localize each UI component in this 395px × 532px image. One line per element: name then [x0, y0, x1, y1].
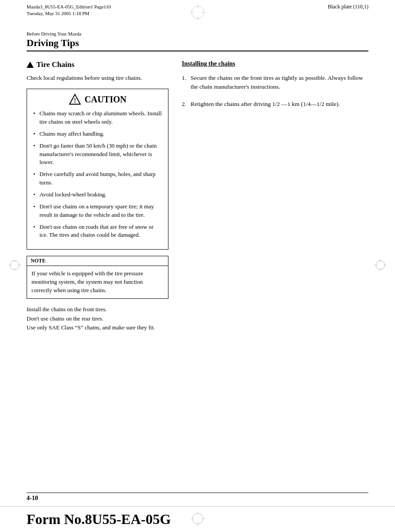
install-line-3: Use only SAE Class “S” chains, and make … — [27, 323, 168, 332]
right-column: Installing the chains 1. Secure the chai… — [182, 60, 368, 332]
caution-item-3: Don't go faster than 50 km/h (30 mph) or… — [33, 142, 162, 167]
caution-label: CAUTION — [85, 94, 126, 105]
install-step-1-text: Secure the chains on the front tires as … — [191, 74, 363, 90]
install-step-2-text: Retighten the chains after driving 1/2 —… — [191, 101, 340, 107]
two-col-layout: Tire Chains Check local regulations befo… — [27, 60, 368, 332]
note-label: NOTE — [27, 256, 168, 266]
install-line-2: Don't use chains on the rear tires. — [27, 314, 168, 324]
caution-box: ! CAUTION Chains may scratch or chip alu… — [27, 89, 168, 250]
step-num-2: 2. — [182, 100, 186, 109]
header-line2: Tuesday, May 31 2005 1:18 PM — [27, 10, 111, 17]
caution-item-4: Drive carefully and avoid bumps, holes, … — [33, 170, 162, 187]
step-num-1: 1. — [182, 74, 186, 82]
install-instructions: Install the chains on the front tires. D… — [27, 305, 168, 332]
caution-item-7: Don't use chains on roads that are free … — [33, 223, 162, 240]
section-title: Driving Tips — [27, 37, 368, 51]
content-area: Before Driving Your Mazda Driving Tips T… — [27, 31, 368, 488]
right-margin-crosshair — [374, 258, 387, 274]
form-number-bar: Form No.8U55-EA-05G — [0, 506, 395, 532]
footer-line — [27, 493, 368, 493]
tire-chains-label: Tire Chains — [36, 60, 74, 69]
note-content: If your vehicle is equipped with the tir… — [27, 266, 168, 298]
note-box: NOTE If your vehicle is equipped with th… — [27, 256, 168, 299]
caution-item-2: Chains may affect handling. — [33, 130, 162, 138]
svg-point-17 — [192, 513, 203, 524]
caution-title: ! CAUTION — [33, 94, 162, 105]
left-column: Tire Chains Check local regulations befo… — [27, 60, 168, 332]
install-line-1: Install the chains on the front tires. — [27, 305, 168, 314]
page-number: 4-10 — [27, 495, 38, 502]
page-header: Mazda3_8U55-EA-05G_Edition1 Page110 Tues… — [27, 4, 368, 17]
install-steps-list: 1. Secure the chains on the front tires … — [182, 74, 368, 109]
left-margin-crosshair — [8, 258, 21, 274]
intro-text: Check local regulations before using tir… — [27, 74, 168, 82]
header-right: Black plate (110,1) — [328, 4, 368, 10]
section-label: Before Driving Your Mazda — [27, 31, 368, 36]
caution-item-1: Chains may scratch or chip aluminum whee… — [33, 110, 162, 126]
install-step-2: 2. Retighten the chains after driving 1/… — [182, 100, 368, 109]
installing-heading: Installing the chains — [182, 60, 368, 67]
footer-center-circle — [190, 511, 206, 528]
header-left: Mazda3_8U55-EA-05G_Edition1 Page110 Tues… — [27, 4, 111, 17]
header-center-circle — [189, 4, 207, 23]
svg-text:!: ! — [74, 98, 76, 104]
triangle-icon — [27, 62, 34, 68]
caution-item-5: Avoid locked-wheel braking. — [33, 191, 162, 199]
install-step-1: 1. Secure the chains on the front tires … — [182, 74, 368, 92]
tire-chains-heading: Tire Chains — [27, 60, 168, 69]
header-line1: Mazda3_8U55-EA-05G_Edition1 Page110 — [27, 4, 111, 10]
caution-item-6: Don't use chains on a temporary spare ti… — [33, 203, 162, 219]
caution-list: Chains may scratch or chip aluminum whee… — [33, 110, 162, 239]
caution-triangle-icon: ! — [69, 94, 81, 105]
form-number: Form No.8U55-EA-05G — [27, 511, 171, 528]
